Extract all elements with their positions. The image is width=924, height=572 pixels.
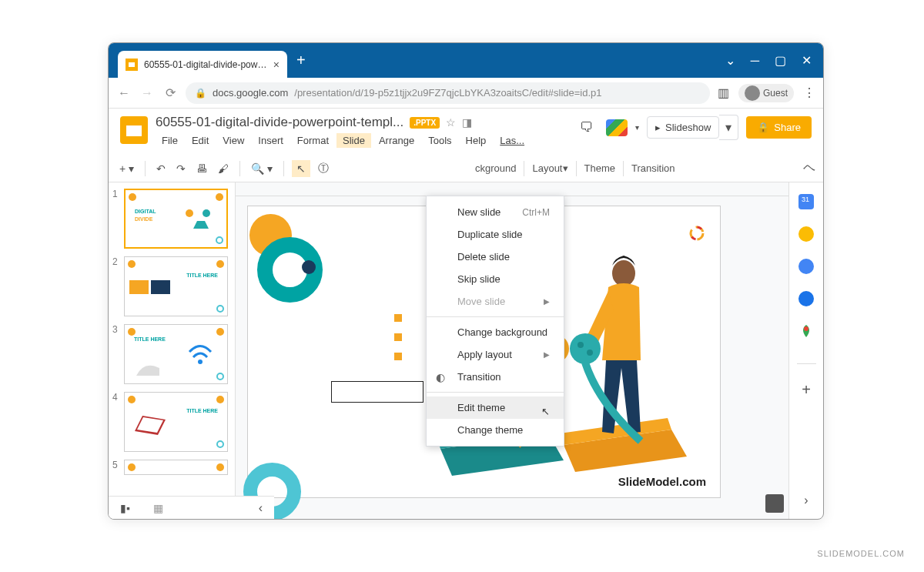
new-tab-button[interactable]: + xyxy=(296,52,306,69)
tasks-icon[interactable] xyxy=(798,259,814,274)
decor-icon xyxy=(216,463,224,471)
maximize-icon[interactable]: ▢ xyxy=(775,53,786,68)
menu-change-theme[interactable]: Change theme xyxy=(427,419,564,441)
cursor-icon: ↖ xyxy=(541,406,550,417)
maps-icon[interactable] xyxy=(798,323,814,339)
hide-panel-icon[interactable]: › xyxy=(804,493,808,507)
menu-label: Delete slide xyxy=(457,251,510,263)
submenu-arrow-icon: ▶ xyxy=(544,350,550,359)
menu-transition[interactable]: ◐ Transition xyxy=(427,366,564,388)
menu-change-background[interactable]: Change background xyxy=(427,321,564,343)
chevron-down-icon[interactable]: ⌄ xyxy=(725,53,735,68)
menu-insert[interactable]: Insert xyxy=(252,133,290,148)
new-slide-button[interactable]: + ▾ xyxy=(116,161,137,176)
menu-label: Transition xyxy=(457,371,501,383)
separator xyxy=(524,161,524,176)
panel-icon[interactable]: ▥ xyxy=(718,85,729,100)
menu-tools[interactable]: Tools xyxy=(422,133,457,148)
menu-duplicate-slide[interactable]: Duplicate slide xyxy=(427,223,564,246)
menu-last-edit[interactable]: Las... xyxy=(494,133,531,148)
slides-logo-icon[interactable] xyxy=(120,116,148,144)
back-icon[interactable]: ← xyxy=(116,86,132,100)
menu-delete-slide[interactable]: Delete slide xyxy=(427,246,564,268)
svg-point-13 xyxy=(587,350,593,356)
menu-label: Skip slide xyxy=(457,273,500,285)
kebab-menu-icon[interactable]: ⋮ xyxy=(803,85,815,100)
menu-new-slide[interactable]: New slide Ctrl+M xyxy=(427,201,564,223)
separator xyxy=(145,161,146,176)
browser-tab[interactable]: 60555-01-digital-divide-powerpc × xyxy=(118,51,287,78)
menu-slide[interactable]: Slide xyxy=(336,133,371,148)
toolbar-theme[interactable]: Theme xyxy=(584,162,615,174)
decor-icon xyxy=(216,440,224,448)
close-tab-icon[interactable]: × xyxy=(273,59,280,71)
menu-move-slide: Move slide ▶ xyxy=(427,290,564,313)
print-icon[interactable]: 🖶 xyxy=(193,161,210,176)
forward-icon[interactable]: → xyxy=(139,86,155,100)
decor-icon xyxy=(216,305,224,313)
filmstrip-view-icon[interactable]: ▮▪ xyxy=(120,502,130,514)
comments-icon[interactable]: 🗨 xyxy=(575,116,598,139)
slideshow-button[interactable]: ▸ Slideshow xyxy=(647,116,719,139)
paint-format-icon[interactable]: 🖌 xyxy=(215,161,232,176)
slide-thumb[interactable]: TITLE HERE xyxy=(124,324,228,384)
menu-help[interactable]: Help xyxy=(460,133,493,148)
slide-thumb[interactable] xyxy=(124,460,228,475)
menu-skip-slide[interactable]: Skip slide xyxy=(427,268,564,290)
slide-thumb-5[interactable]: 5 xyxy=(112,460,231,475)
profile-button[interactable]: Guest xyxy=(738,84,794,102)
menu-edit[interactable]: Edit xyxy=(186,133,215,148)
watermark: SLIDEMODEL.COM xyxy=(817,549,905,558)
slide-thumb-4[interactable]: 4 TITLE HERE xyxy=(112,392,231,452)
contacts-icon[interactable] xyxy=(798,291,814,306)
toolbar-layout[interactable]: Layout▾ xyxy=(532,162,567,174)
calendar-icon[interactable]: 31 xyxy=(798,194,814,209)
collapse-icon[interactable]: ‹ xyxy=(259,501,263,515)
reload-icon[interactable]: ⟳ xyxy=(162,85,178,100)
close-window-icon[interactable]: ✕ xyxy=(802,53,812,68)
add-addon-button[interactable]: + xyxy=(802,381,811,399)
decor-icon xyxy=(216,193,223,201)
explore-button[interactable] xyxy=(765,494,784,513)
menu-arrange[interactable]: Arrange xyxy=(373,133,420,148)
address-field[interactable]: 🔒 docs.google.com/presentation/d/19-p5z1… xyxy=(186,82,710,104)
logo-icon xyxy=(689,226,705,241)
decor-icon xyxy=(129,193,136,201)
meet-icon[interactable] xyxy=(606,119,628,136)
slide-thumb-3[interactable]: 3 TITLE HERE xyxy=(112,324,231,384)
share-button[interactable]: 🔒 Share xyxy=(746,116,812,139)
slide-thumb-2[interactable]: 2 TITLE HERE xyxy=(112,256,231,316)
separator xyxy=(427,316,564,317)
browser-right-icons: ▥ Guest ⋮ xyxy=(718,84,815,102)
slide-thumb[interactable]: TITLE HERE xyxy=(124,256,228,316)
browser-window: 60555-01-digital-divide-powerpc × + ⌄ ─ … xyxy=(108,42,824,520)
slide-thumb[interactable]: DIGITAL DIVIDE xyxy=(124,189,228,249)
document-title[interactable]: 60555-01-digital-divide-powerpoint-templ… xyxy=(156,115,403,130)
slide-thumb[interactable]: TITLE HERE xyxy=(124,392,228,452)
slide-thumb-1[interactable]: 1 DIGITAL DIVIDE xyxy=(112,189,231,249)
wifi-icon xyxy=(183,336,218,371)
menu-view[interactable]: View xyxy=(216,133,250,148)
toolbar-background[interactable]: ckground xyxy=(475,162,516,174)
keep-icon[interactable] xyxy=(798,226,814,242)
redo-icon[interactable]: ↷ xyxy=(173,161,189,176)
cloud-icon[interactable]: ◨ xyxy=(462,116,472,129)
minimize-icon[interactable]: ─ xyxy=(751,54,759,68)
menu-apply-layout[interactable]: Apply layout ▶ xyxy=(427,343,564,366)
menu-label: Change background xyxy=(457,326,547,338)
thumb-art-icon xyxy=(129,273,172,303)
menu-file[interactable]: File xyxy=(156,133,184,148)
zoom-icon[interactable]: 🔍 ▾ xyxy=(248,161,276,176)
star-icon[interactable]: ☆ xyxy=(446,116,456,129)
textbox-icon[interactable]: Ⓣ xyxy=(315,160,332,177)
decor-icon xyxy=(128,463,136,471)
menu-format[interactable]: Format xyxy=(291,133,335,148)
meet-dropdown-icon[interactable]: ▾ xyxy=(635,123,639,132)
collapse-toolbar-icon[interactable]: ヘ xyxy=(803,160,815,176)
toolbar-transition[interactable]: Transition xyxy=(631,162,675,174)
menu-edit-theme[interactable]: Edit theme ↖ xyxy=(427,396,564,419)
undo-icon[interactable]: ↶ xyxy=(153,161,169,176)
slideshow-dropdown[interactable]: ▾ xyxy=(719,115,738,140)
grid-view-icon[interactable]: ▦ xyxy=(153,502,163,514)
select-tool-icon[interactable]: ↖ xyxy=(292,160,310,177)
